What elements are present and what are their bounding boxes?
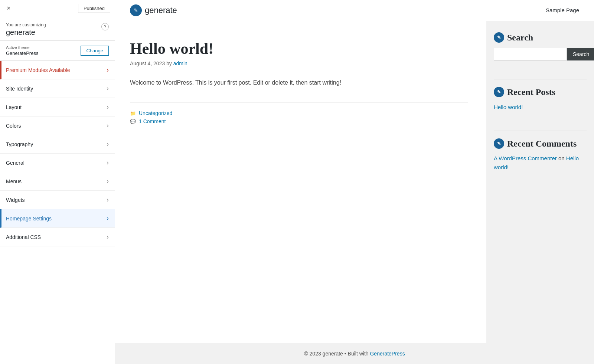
- nav-item-homepage-settings-label: Homepage Settings: [6, 216, 52, 222]
- post-author-link[interactable]: admin: [173, 60, 187, 66]
- post-by: by: [166, 60, 173, 66]
- widget-divider: [494, 79, 587, 79]
- nav-item-layout[interactable]: Layout: [0, 98, 115, 117]
- chevron-right-icon: [107, 103, 109, 111]
- theme-name: GeneratePress: [6, 50, 38, 56]
- nav-sample-page[interactable]: Sample Page: [546, 7, 579, 13]
- nav-item-general-label: General: [6, 160, 25, 166]
- nav-item-colors[interactable]: Colors: [0, 117, 115, 135]
- post-date: August 4, 2023: [130, 60, 165, 66]
- post-content: Welcome to WordPress. This is your first…: [130, 78, 468, 88]
- customizing-info: You are customizing generate ?: [0, 17, 115, 41]
- wp-footer: © 2023 generate • Built with GeneratePre…: [115, 343, 594, 364]
- chevron-right-icon: [107, 233, 109, 241]
- chevron-right-icon: [107, 140, 109, 148]
- nav-item-widgets[interactable]: Widgets: [0, 191, 115, 209]
- site-name: generate: [6, 28, 46, 37]
- close-button[interactable]: ×: [4, 3, 13, 14]
- wp-content-area: Hello world! August 4, 2023 by admin Wel…: [115, 21, 594, 343]
- search-input[interactable]: [494, 48, 567, 60]
- post-meta: August 4, 2023 by admin: [130, 60, 468, 66]
- site-logo-text: generate: [145, 6, 177, 15]
- commenter-link[interactable]: A WordPress Commenter: [494, 155, 557, 161]
- site-logo-link[interactable]: ✎ generate: [130, 4, 177, 16]
- published-badge: Published: [78, 4, 110, 13]
- footer-theme-link[interactable]: GeneratePress: [370, 351, 405, 357]
- nav-item-colors-label: Colors: [6, 123, 21, 129]
- chevron-right-icon: [107, 196, 109, 204]
- post-title: Hello world!: [130, 40, 468, 58]
- wp-site: ✎ generate Sample Page Hello world! Augu…: [115, 0, 594, 364]
- nav-item-site-identity[interactable]: Site Identity: [0, 79, 115, 98]
- recent-comment-entry: A WordPress Commenter on Hello world!: [494, 154, 587, 172]
- post-footer: 📁 Uncategorized 💬 1 Comment: [130, 102, 468, 124]
- main-navigation: Sample Page: [546, 7, 579, 14]
- customizing-label: You are customizing: [6, 22, 46, 27]
- wp-main-content: Hello world! August 4, 2023 by admin Wel…: [115, 21, 486, 343]
- footer-copyright: © 2023 generate • Built with: [304, 351, 368, 357]
- preview-pane: ✎ generate Sample Page Hello world! Augu…: [115, 0, 594, 364]
- widget-divider-2: [494, 131, 587, 131]
- nav-item-menus-label: Menus: [6, 178, 22, 184]
- recent-posts-list: Hello world!: [494, 102, 587, 112]
- wp-sidebar-widgets: ✎ Search Search ✎ Recent Posts: [486, 21, 594, 343]
- recent-posts-title: ✎ Recent Posts: [494, 87, 587, 97]
- comment-icon: 💬: [130, 119, 136, 124]
- category-link[interactable]: Uncategorized: [139, 110, 172, 116]
- recent-posts-widget: ✎ Recent Posts Hello world!: [494, 87, 587, 112]
- recent-comments-title: ✎ Recent Comments: [494, 138, 587, 149]
- change-theme-button[interactable]: Change: [81, 46, 109, 56]
- nav-item-homepage-settings[interactable]: Homepage Settings: [0, 209, 115, 228]
- comment-link[interactable]: 1 Comment: [139, 118, 166, 124]
- search-widget: ✎ Search Search: [494, 32, 587, 60]
- nav-item-typography[interactable]: Typography: [0, 135, 115, 154]
- nav-item-additional-css[interactable]: Additional CSS: [0, 228, 115, 246]
- category-icon: 📁: [130, 111, 136, 116]
- chevron-right-icon: [107, 66, 109, 74]
- nav-item-site-identity-label: Site Identity: [6, 86, 33, 92]
- site-logo-icon: ✎: [130, 4, 142, 16]
- sidebar-header: × Published: [0, 0, 115, 17]
- list-item: Hello world!: [494, 102, 587, 112]
- search-widget-icon: ✎: [494, 32, 504, 43]
- nav-item-general[interactable]: General: [0, 154, 115, 172]
- category-row: 📁 Uncategorized: [130, 110, 468, 116]
- search-button[interactable]: Search: [567, 48, 594, 60]
- wp-header: ✎ generate Sample Page: [115, 0, 594, 21]
- recent-comments-widget: ✎ Recent Comments A WordPress Commenter …: [494, 138, 587, 172]
- chevron-right-icon: [107, 214, 109, 222]
- nav-item-premium[interactable]: Premium Modules Available: [0, 61, 115, 79]
- chevron-right-icon: [107, 122, 109, 129]
- help-icon[interactable]: ?: [101, 23, 109, 30]
- customizer-sidebar: × Published You are customizing generate…: [0, 0, 115, 364]
- nav-item-additional-css-label: Additional CSS: [6, 234, 41, 240]
- theme-section: Active theme GeneratePress Change: [0, 41, 115, 61]
- search-widget-title: ✎ Search: [494, 32, 587, 43]
- nav-item-layout-label: Layout: [6, 104, 22, 110]
- comment-row: 💬 1 Comment: [130, 118, 468, 124]
- on-text: on: [558, 155, 566, 161]
- nav-item-menus[interactable]: Menus: [0, 172, 115, 191]
- chevron-right-icon: [107, 85, 109, 92]
- nav-item-widgets-label: Widgets: [6, 197, 25, 203]
- recent-post-link[interactable]: Hello world!: [494, 104, 523, 110]
- nav-list: Premium Modules Available Site Identity …: [0, 61, 115, 246]
- search-box: Search: [494, 48, 587, 60]
- active-theme-label: Active theme: [6, 45, 38, 50]
- nav-item-typography-label: Typography: [6, 141, 33, 147]
- recent-posts-icon: ✎: [494, 87, 504, 97]
- recent-comments-icon: ✎: [494, 138, 504, 149]
- nav-item-premium-label: Premium Modules Available: [6, 67, 70, 73]
- chevron-right-icon: [107, 177, 109, 185]
- chevron-right-icon: [107, 159, 109, 167]
